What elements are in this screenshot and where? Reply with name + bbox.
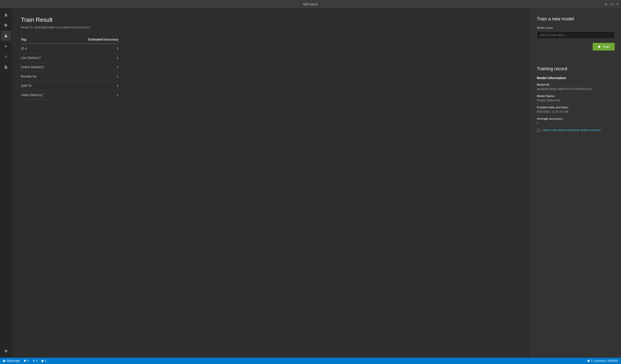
avg-accuracy-value: 1 <box>537 121 615 125</box>
table-cell-accuracy: 1 <box>63 81 119 90</box>
train-icon <box>598 45 601 48</box>
table-header-accuracy: Estimated Accuracy <box>63 35 119 44</box>
storage-name: MyStorage <box>7 359 20 363</box>
status-visited: 5 <box>33 359 38 363</box>
status-tagged: 5 <box>24 359 29 363</box>
table-cell-tag: Sold To <box>21 81 63 90</box>
tagged-count: 5 <box>27 359 29 363</box>
model-id-row: Model ID: 4bc9e5fe-953e-49d4-9701-97c007… <box>537 83 615 91</box>
table-cell-accuracy: 1 <box>63 90 119 100</box>
sidebar-item-train[interactable] <box>1 52 11 62</box>
version-icon <box>587 360 590 362</box>
learn-more-text[interactable]: Learn more about improving model accurac… <box>542 128 601 132</box>
right-panel: Train a new model Model name Train Train… <box>530 8 621 358</box>
status-docs: 5 <box>41 359 46 363</box>
model-name-input[interactable] <box>537 31 615 39</box>
model-name-label: Model name <box>537 26 615 30</box>
window-icon[interactable]: ▭ <box>610 2 613 6</box>
model-id-value: 4bc9e5fe-953e-49d4-9701-97c0075e7e17 <box>537 87 615 91</box>
sidebar-item-settings[interactable] <box>1 347 11 357</box>
table-cell-tag: Live Delivery? <box>21 53 63 63</box>
table-row: ID # 1 <box>21 44 119 53</box>
table-cell-tag: ID # <box>21 44 63 53</box>
training-record-title: Training record <box>537 66 615 71</box>
help-icon[interactable]: ? <box>617 2 618 6</box>
sidebar-item-run[interactable] <box>1 41 11 51</box>
svg-point-1 <box>5 56 6 57</box>
sidebar-item-docs[interactable] <box>1 62 11 72</box>
created-value: 8/20/2020, 11:51:01 AM <box>537 110 615 113</box>
share-icon[interactable]: ⎋ <box>605 2 607 6</box>
table-cell-tag: Receipt No <box>21 72 63 81</box>
window-title: MyProject2 <box>303 2 318 6</box>
model-id-label: Model ID: <box>537 83 615 86</box>
info-circle-icon: i <box>537 128 540 132</box>
table-header-tag: Tag <box>21 35 63 44</box>
status-bar: MyStorage 5 5 5 2.1-preview.1-530545c <box>0 358 621 364</box>
table-cell-accuracy: 1 <box>63 63 119 72</box>
docs-icon <box>41 360 44 362</box>
svg-point-2 <box>34 361 34 361</box>
table-row: Video Delivery? 1 <box>21 90 119 100</box>
model-id-text: Model ID: a0a0a0a0-bbbb-cccc-dddd-e1e1e1… <box>21 26 521 29</box>
visited-icon <box>33 360 35 362</box>
storage-icon <box>3 360 5 362</box>
created-date-row: Created date and time: 8/20/2020, 11:51:… <box>537 106 615 113</box>
version-text: 2.1-preview.1-530545c <box>591 359 618 363</box>
main-panel: Train Result Model ID: a0a0a0a0-bbbb-ccc… <box>12 8 530 358</box>
status-version: 2.1-preview.1-530545c <box>587 359 618 363</box>
record-model-name-value: Project Statement <box>537 99 615 102</box>
svg-point-0 <box>5 35 6 36</box>
model-info-title: Model information <box>537 76 615 80</box>
table-cell-tag: Video Delivery? <box>21 90 63 100</box>
created-label: Created date and time: <box>537 106 615 109</box>
sidebar-item-tag[interactable] <box>1 20 11 30</box>
record-model-name-label: Model Name: <box>537 94 615 98</box>
learn-more-link[interactable]: Learn more about improving model accurac… <box>542 128 601 132</box>
title-bar-actions: ⎋ ▭ ? <box>605 2 618 6</box>
title-bar: MyProject2 ⎋ ▭ ? <box>0 0 621 8</box>
section-divider <box>537 61 615 61</box>
table-cell-accuracy: 1 <box>63 72 119 81</box>
table-row: Receipt No 1 <box>21 72 119 81</box>
table-row: Sold To 1 <box>21 81 119 90</box>
visited-count: 5 <box>36 359 38 363</box>
app-body: Train Result Model ID: a0a0a0a0-bbbb-ccc… <box>0 8 621 358</box>
status-storage: MyStorage <box>3 359 20 363</box>
learn-more-row: i Learn more about improving model accur… <box>537 128 615 132</box>
table-cell-tag: Online Delivery? <box>21 63 63 72</box>
model-name-row: Model Name: Project Statement <box>537 94 615 102</box>
sidebar-item-home[interactable] <box>1 10 11 20</box>
avg-accuracy-label: Average accuracy: <box>537 117 615 120</box>
tagged-icon <box>24 360 26 362</box>
sidebar <box>0 8 12 358</box>
content-area: Train Result Model ID: a0a0a0a0-bbbb-ccc… <box>12 8 621 358</box>
table-row: Live Delivery? 1 <box>21 53 119 63</box>
page-title: Train Result <box>21 16 521 23</box>
docs-count: 5 <box>45 359 46 363</box>
table-cell-accuracy: 1 <box>63 53 119 63</box>
results-table: Tag Estimated Accuracy ID # 1 Live Deliv… <box>21 35 119 100</box>
table-cell-accuracy: 1 <box>63 44 119 53</box>
train-button[interactable]: Train <box>593 43 615 50</box>
table-row: Online Delivery? 1 <box>21 63 119 72</box>
avg-accuracy-row: Average accuracy: 1 <box>537 117 615 125</box>
train-new-model-title: Train a new model <box>537 16 615 21</box>
sidebar-item-model[interactable] <box>1 31 11 41</box>
